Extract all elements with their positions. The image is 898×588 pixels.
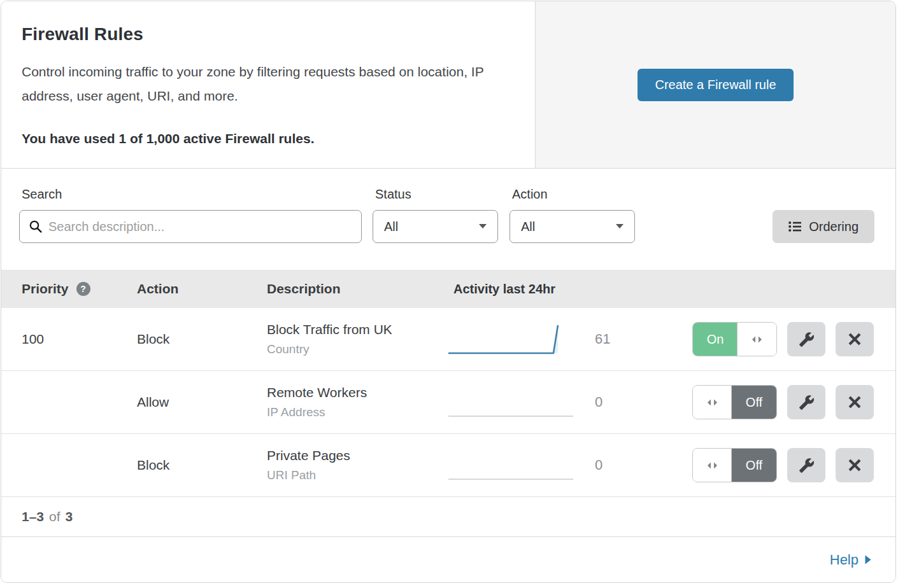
edit-rule-button[interactable] [787,322,825,356]
rule-description: Block Traffic from UK [267,322,447,337]
rule-description: Private Pages [267,448,447,463]
activity-count: 0 [595,457,614,473]
column-description: Description [267,281,447,297]
firewall-rules-panel: Firewall Rules Control incoming traffic … [1,1,896,583]
edit-rule-button[interactable] [787,385,825,419]
search-icon [29,220,43,234]
close-icon [848,458,862,472]
search-field: Search [19,187,362,243]
usage-note: You have used 1 of 1,000 active Firewall… [22,131,515,146]
chevron-down-icon [616,224,624,229]
pagination-total: 3 [66,509,73,524]
header-text-block: Firewall Rules Control incoming traffic … [1,1,536,168]
wrench-icon [799,395,815,410]
delete-rule-button[interactable] [836,448,874,482]
activity-count: 0 [595,394,614,410]
close-icon [848,332,862,346]
column-action: Action [117,281,267,297]
delete-rule-button[interactable] [836,385,874,419]
toggle-state-label: Off [732,386,776,419]
activity-count: 61 [595,331,614,347]
header-action-panel: Create a Firewall rule [536,1,895,168]
rule-action: Block [117,458,267,473]
page-title: Firewall Rules [22,24,515,45]
help-link[interactable]: Help [830,552,871,568]
delete-rule-button[interactable] [836,322,874,356]
table-row: 100 Block Block Traffic from UK Country … [1,308,895,371]
rule-enabled-toggle[interactable]: Off [692,448,777,482]
toggle-knob [693,386,732,419]
priority-help-icon[interactable]: ? [76,282,90,296]
status-label: Status [373,187,498,202]
toggle-state-label: On [693,323,738,356]
pagination-range: 1–3 [22,509,44,524]
column-priority: Priority [22,281,69,297]
rule-enabled-toggle[interactable]: Off [692,385,777,419]
edit-rule-button[interactable] [787,448,825,482]
filter-bar: Search Status All Action All [1,169,895,270]
chevron-right-icon [865,555,871,564]
table-header-row: Priority ? Action Description Activity l… [1,270,895,308]
toggle-knob [693,449,732,482]
chevron-down-icon [479,224,487,229]
search-label: Search [19,187,362,202]
action-selected-value: All [521,220,535,234]
action-field: Action All [510,187,635,243]
toggle-knob [737,323,776,356]
search-input[interactable] [48,220,352,234]
pagination-bar: 1–3 of 3 [1,497,895,536]
rule-enabled-toggle[interactable]: On [692,322,777,356]
status-field: Status All [373,187,498,243]
rule-action: Block [117,332,267,347]
action-select[interactable]: All [510,210,635,243]
rule-description: Remote Workers [267,385,447,400]
ordering-button[interactable]: Ordering [773,210,874,243]
action-label: Action [510,187,635,202]
status-select[interactable]: All [373,210,498,243]
rule-priority: 100 [22,332,44,347]
rule-action: Allow [117,395,267,410]
activity-sparkline [447,321,574,357]
status-selected-value: All [384,220,398,234]
rule-type: IP Address [267,405,447,419]
close-icon [848,395,862,409]
rule-type: URI Path [267,468,447,482]
wrench-icon [799,458,815,473]
create-firewall-rule-button[interactable]: Create a Firewall rule [638,69,793,101]
pagination-of: of [49,509,61,524]
page-description: Control incoming traffic to your zone by… [22,60,515,108]
help-bar: Help [1,536,895,582]
wrench-icon [799,332,815,347]
table-row: Block Private Pages URI Path 0 Off [1,434,895,497]
ordering-list-icon [788,221,801,232]
rule-type: Country [267,342,447,356]
search-box[interactable] [19,210,362,243]
column-activity: Activity last 24hr [447,282,895,297]
header-section: Firewall Rules Control incoming traffic … [1,1,895,169]
activity-sparkline [447,447,574,483]
ordering-button-label: Ordering [809,220,859,234]
table-row: Allow Remote Workers IP Address 0 Off [1,371,895,434]
toggle-state-label: Off [732,449,776,482]
help-link-label: Help [830,552,859,568]
activity-sparkline [447,384,574,420]
